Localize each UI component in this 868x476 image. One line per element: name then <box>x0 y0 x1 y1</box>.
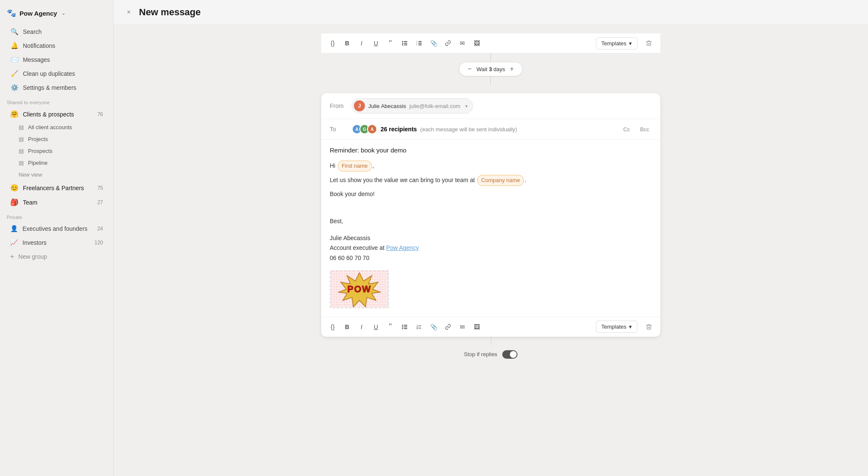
svg-point-19 <box>402 326 403 327</box>
bottom-bullet-list-button[interactable] <box>398 321 411 333</box>
sidebar-item-notifications[interactable]: 🔔 Notifications <box>3 39 110 53</box>
company-name-chip[interactable]: Company name <box>477 175 524 186</box>
bullet-list-button[interactable] <box>398 37 411 50</box>
sidebar-item-search[interactable]: 🔍 Search <box>3 25 110 39</box>
new-view-label: New view <box>19 172 42 178</box>
sidebar-item-label: Clean up duplicates <box>23 70 75 77</box>
sidebar-sub-all-accounts[interactable]: ▤ All client accounts <box>3 122 110 133</box>
italic-button[interactable]: I <box>355 37 368 50</box>
svg-rect-5 <box>404 44 407 45</box>
new-view-button[interactable]: New view <box>3 169 110 180</box>
bottom-connector: Stop if replies <box>321 337 660 372</box>
bottom-templates-button[interactable]: Templates ▾ <box>596 321 637 333</box>
stop-if-toggle[interactable] <box>502 350 517 359</box>
bottom-link-button[interactable] <box>442 321 454 333</box>
templates-button[interactable]: Templates ▾ <box>596 37 637 50</box>
bottom-connector-line <box>491 337 491 345</box>
new-group-button[interactable]: + New group <box>3 250 110 263</box>
email-body[interactable]: Reminder: book your demo Hi First name, … <box>321 140 660 317</box>
sidebar-item-duplicates[interactable]: 🧹 Clean up duplicates <box>3 67 110 80</box>
recipients-info: A G A 26 recipients (each message will b… <box>352 124 615 134</box>
bottom-image-button[interactable]: 🖼 <box>470 321 483 333</box>
bcc-button[interactable]: Bcc <box>637 125 652 133</box>
close-button[interactable]: × <box>124 7 134 17</box>
bottom-quote-button[interactable]: " <box>384 321 397 333</box>
bottom-email-button[interactable]: ✉ <box>456 321 469 333</box>
stop-if-row: Stop if replies <box>464 345 518 364</box>
svg-rect-11 <box>418 44 422 45</box>
sidebar: 🐾 Pow Agency ⌄ 🔍 Search 🔔 Notifications … <box>0 0 114 476</box>
image-button[interactable]: 🖼 <box>470 37 483 50</box>
link-button[interactable] <box>442 37 454 50</box>
underline-button[interactable]: U <box>370 37 382 50</box>
clients-emoji: 🤗 <box>10 110 19 118</box>
email-spacer <box>330 203 652 213</box>
cc-button[interactable]: Cc <box>620 125 632 133</box>
from-row: From J Julie Abecassis julie@folk-email.… <box>321 93 660 119</box>
sidebar-group-clients[interactable]: 🤗 Clients & prospects 76 <box>3 107 110 121</box>
delete-button[interactable] <box>643 37 655 50</box>
hi-text: Hi <box>330 162 337 169</box>
main-content: × New message {} B I U " 1.2.3. 📎 <box>114 0 868 476</box>
private-item-label: Executives and founders <box>22 225 87 232</box>
sub-item-label: Projects <box>28 136 48 142</box>
code-button[interactable]: {} <box>326 37 339 50</box>
email-button[interactable]: ✉ <box>456 37 469 50</box>
sender-chip[interactable]: J Julie Abecassis julie@folk-email.com ▾ <box>352 98 473 113</box>
sidebar-item-settings[interactable]: ⚙️ Settings & members <box>3 81 110 94</box>
sidebar-item-executives[interactable]: 👤 Executives and founders 24 <box>3 222 110 235</box>
sidebar-group-team[interactable]: 🎒 Team 27 <box>3 195 110 209</box>
bottom-delete-button[interactable] <box>643 321 655 333</box>
bottom-toolbar: {} B I U " 📎 ✉ 🖼 Templates <box>321 317 660 337</box>
bold-button[interactable]: B <box>341 37 353 50</box>
svg-text:3.: 3. <box>416 44 417 46</box>
wait-plus-button[interactable]: + <box>508 65 516 73</box>
recipients-avatars: A G A <box>352 124 377 134</box>
bottom-bold-button[interactable]: B <box>341 321 353 333</box>
sidebar-item-label: Settings & members <box>23 84 76 91</box>
group-label: Freelancers & Partners <box>23 185 84 191</box>
bottom-italic-button[interactable]: I <box>355 321 368 333</box>
sidebar-sub-projects[interactable]: ▤ Projects <box>3 133 110 145</box>
svg-point-4 <box>402 44 403 46</box>
notifications-icon: 🔔 <box>10 42 19 50</box>
sidebar-sub-prospects[interactable]: ▤ Prospects <box>3 145 110 157</box>
svg-point-2 <box>402 43 403 44</box>
bottom-underline-button[interactable]: U <box>370 321 382 333</box>
group-label: Team <box>23 199 37 206</box>
sub-item-label: All client accounts <box>28 124 72 130</box>
to-row: To A G A 26 recipients (each message wil… <box>321 119 660 140</box>
quote-button[interactable]: " <box>384 37 397 50</box>
sidebar-item-messages[interactable]: ✉️ Messages <box>3 53 110 66</box>
sidebar-item-investors[interactable]: 📈 Investors 120 <box>3 236 110 249</box>
signature-company-link[interactable]: Pow Agency <box>386 244 419 251</box>
freelancers-emoji: 😊 <box>10 184 19 192</box>
executives-count: 24 <box>97 226 103 232</box>
ordered-list-button[interactable]: 1.2.3. <box>413 37 426 50</box>
bottom-templates-label: Templates <box>601 324 626 330</box>
sidebar-group-freelancers[interactable]: 😊 Freelancers & Partners 75 <box>3 181 110 195</box>
page-title: New message <box>139 7 201 18</box>
wait-minus-button[interactable]: − <box>465 65 474 73</box>
svg-rect-7 <box>418 41 422 42</box>
grid-icon: ▤ <box>19 148 24 154</box>
email-cta: Book your demo! <box>330 189 652 199</box>
svg-rect-22 <box>404 328 407 329</box>
bottom-code-button[interactable]: {} <box>326 321 339 333</box>
grid-icon: ▤ <box>19 160 24 166</box>
investors-icon: 📈 <box>10 239 18 246</box>
bottom-attachment-button[interactable]: 📎 <box>427 321 440 333</box>
clients-count: 76 <box>97 111 103 117</box>
email-subject: Reminder: book your demo <box>330 147 652 154</box>
attachment-button[interactable]: 📎 <box>427 37 440 50</box>
email-greeting: Hi First name, <box>330 161 652 172</box>
sidebar-item-label: Notifications <box>23 42 55 49</box>
search-icon: 🔍 <box>10 28 19 36</box>
sidebar-sub-pipeline[interactable]: ▤ Pipeline <box>3 157 110 169</box>
workspace-header[interactable]: 🐾 Pow Agency ⌄ <box>0 5 113 25</box>
email-card: From J Julie Abecassis julie@folk-email.… <box>321 93 660 337</box>
recipients-count: 26 recipients <box>381 126 417 133</box>
first-name-chip[interactable]: First name <box>338 161 371 172</box>
stop-if-label: Stop if replies <box>464 351 498 357</box>
bottom-ordered-list-button[interactable] <box>413 321 426 333</box>
